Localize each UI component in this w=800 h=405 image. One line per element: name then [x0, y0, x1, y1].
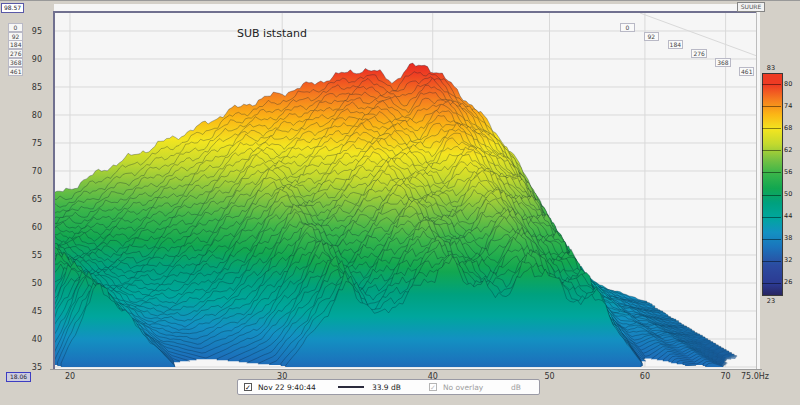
graph-corner-box[interactable]: SUURE: [737, 2, 765, 12]
color-scale-max-label: 83: [759, 64, 783, 72]
freq-axis-label: 20: [57, 372, 83, 381]
left-limit-line: [53, 11, 55, 369]
time-axis-label-right: 276: [691, 49, 706, 58]
db-axis-label: 65: [12, 195, 42, 204]
overlay-label: No overlay: [443, 383, 483, 392]
db-axis-label: 85: [12, 83, 42, 92]
color-scale-tick-line: [762, 150, 781, 151]
color-scale-tick-line: [762, 283, 781, 284]
color-scale-tick-line: [762, 195, 781, 196]
trace-line-sample: [338, 386, 364, 388]
color-scale-tick: 68: [784, 125, 792, 132]
color-scale-tick: 44: [784, 213, 792, 220]
unit-label: dB: [511, 383, 521, 392]
freq-axis-label: 60: [632, 372, 658, 381]
db-axis-label: 55: [12, 251, 42, 260]
waterfall-window: SUB iststand 98.57 SUURE 18.06 959085807…: [0, 0, 800, 405]
db-axis-label: 50: [12, 279, 42, 288]
freq-axis-end-label: 75.0Hz: [737, 372, 773, 381]
time-axis-label-left: 461: [8, 67, 23, 76]
freq-axis-min-box[interactable]: 18.06: [6, 372, 31, 382]
color-scale-tick-line: [762, 106, 781, 107]
color-scale-tick: 62: [784, 147, 792, 154]
color-scale-tick: 26: [784, 279, 792, 286]
time-axis-label-right: 92: [644, 32, 659, 41]
top-limit-line: [53, 11, 757, 13]
time-axis-label-right: 0: [620, 23, 635, 32]
color-scale-tick-line: [762, 217, 781, 218]
color-scale-tick-line: [762, 84, 781, 85]
time-axis-label-right: 184: [668, 40, 683, 49]
db-axis-max-box[interactable]: 98.57: [1, 3, 24, 13]
freq-axis-label: 50: [537, 372, 563, 381]
db-axis-label: 40: [12, 335, 42, 344]
freq-axis-label: 70: [713, 372, 739, 381]
db-axis-label: 70: [12, 167, 42, 176]
time-axis-label-left: 368: [8, 58, 23, 67]
time-axis-label-left: 0: [8, 23, 23, 32]
db-axis-label: 35: [12, 363, 42, 372]
time-axis-label-left: 184: [8, 40, 23, 49]
frequency-axis-line: [50, 369, 762, 370]
color-scale-tick: 32: [784, 257, 792, 264]
trace-legend-bar: ✓ Nov 22 9:40:44 33.9 dB ✓ No overlay dB: [237, 379, 540, 395]
overlay-checkbox[interactable]: ✓: [429, 383, 437, 391]
color-scale-tick-line: [762, 128, 781, 129]
trace-checkbox[interactable]: ✓: [244, 383, 252, 391]
color-scale-tick-line: [762, 239, 781, 240]
trace-level-value: 33.9 dB: [372, 383, 401, 392]
color-scale-tick: 56: [784, 169, 792, 176]
time-axis-label-left: 276: [8, 49, 23, 58]
color-scale-tick: 80: [784, 81, 792, 88]
color-scale-tick-line: [762, 261, 781, 262]
color-scale-tick: 74: [784, 103, 792, 110]
color-scale-tick: 38: [784, 235, 792, 242]
db-axis-label: 80: [12, 111, 42, 120]
color-scale-tick: 50: [784, 191, 792, 198]
db-axis-label: 60: [12, 223, 42, 232]
color-scale-min-label: 23: [759, 297, 783, 305]
plot-title: SUB iststand: [237, 27, 307, 40]
plot-right-border: [756, 12, 757, 369]
time-axis-label-left: 92: [8, 32, 23, 41]
color-scale-tick-line: [762, 172, 781, 173]
db-axis-label: 75: [12, 139, 42, 148]
db-axis-label: 45: [12, 307, 42, 316]
time-axis-label-right: 461: [739, 67, 754, 76]
time-axis-label-right: 368: [715, 58, 730, 67]
trace-label: Nov 22 9:40:44: [258, 383, 316, 392]
